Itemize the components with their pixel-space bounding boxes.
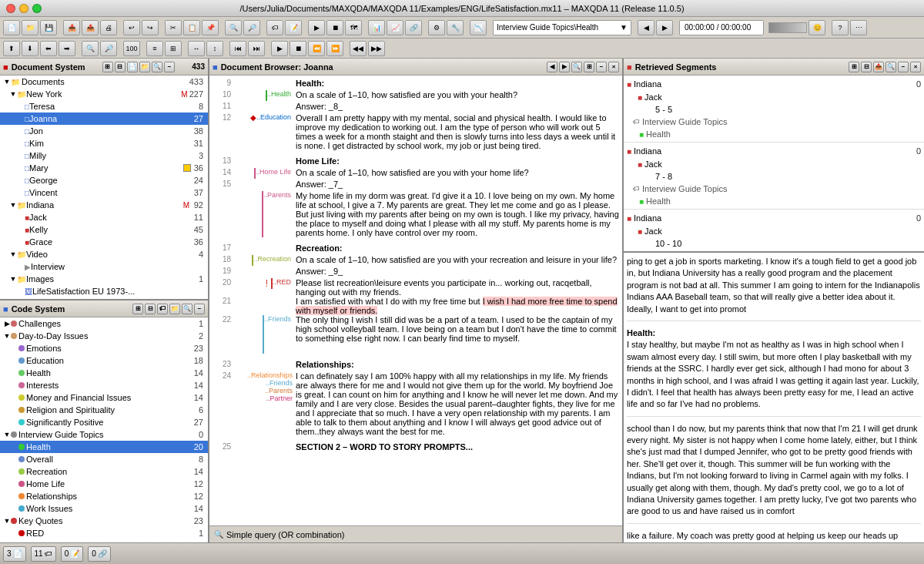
cs-icon1[interactable]: ⊞	[132, 304, 143, 314]
tool1-button[interactable]: ⚙	[428, 20, 445, 35]
tb2-stop[interactable]: ⏹	[290, 41, 306, 56]
close-button[interactable]	[6, 4, 15, 13]
network-button[interactable]: 🔗	[405, 20, 422, 35]
new-button[interactable]: 📄	[3, 20, 20, 35]
export-button[interactable]: 📤	[82, 20, 99, 35]
document-tree[interactable]: ▼ 📁 Documents 433 ▼ 📁 New York M 227	[0, 76, 208, 299]
tree-jon[interactable]: □ Jon 38	[0, 125, 208, 137]
tree-ig-work[interactable]: Work Issues 14	[0, 502, 208, 515]
nav-prev[interactable]: ◀	[638, 20, 654, 35]
rs-icon2[interactable]: ⊟	[861, 62, 872, 72]
table-button[interactable]: 📊	[368, 20, 385, 35]
open-button[interactable]: 📁	[22, 20, 38, 35]
tree-interview-guide[interactable]: ▼ Interview Guide Topics 0	[0, 428, 208, 441]
ds-icon5[interactable]: 🔍	[152, 62, 162, 72]
db-icon6[interactable]: ×	[608, 62, 619, 72]
tb2-rewind[interactable]: ⏪	[308, 41, 325, 56]
tree-code-health[interactable]: Health 14	[0, 367, 208, 379]
undo-button[interactable]: ↩	[123, 20, 140, 35]
tb2-7[interactable]: 100	[123, 41, 140, 56]
media-button[interactable]: ▶	[308, 20, 325, 35]
memo-button[interactable]: 📝	[285, 20, 302, 35]
tree-ig-recreation[interactable]: Recreation 14	[0, 465, 208, 478]
ds-icon2[interactable]: ⊟	[115, 62, 126, 72]
tb2-media1[interactable]: ◀◀	[350, 41, 367, 56]
toggle-icon[interactable]: ▼	[9, 201, 17, 209]
cs-icon5[interactable]: 🔍	[182, 304, 192, 314]
tree-red[interactable]: RED 1	[0, 527, 208, 539]
tree-kelly[interactable]: ■ Kelly 45	[0, 223, 208, 236]
nav-next[interactable]: ▶	[656, 20, 673, 35]
toggle-icon[interactable]: ▼	[3, 431, 11, 438]
status-memos[interactable]: 0 📝	[61, 546, 84, 562]
rs-icon3[interactable]: 📤	[873, 62, 884, 72]
tree-key-quotes[interactable]: ▼ Key Quotes 23	[0, 515, 208, 527]
cs-icon4[interactable]: 📁	[169, 304, 180, 314]
find-button[interactable]: 🔎	[243, 20, 260, 35]
tb2-5[interactable]: 🔍	[82, 41, 99, 56]
tree-ig-homelife[interactable]: Home Life 12	[0, 478, 208, 490]
tree-kim[interactable]: □ Kim 31	[0, 137, 208, 149]
tb2-play[interactable]: ▶	[271, 41, 288, 56]
search-button[interactable]: 🔍	[225, 20, 242, 35]
tree-money[interactable]: Money and Financial Issues 14	[0, 391, 208, 404]
db-icon5[interactable]: −	[596, 62, 607, 72]
code-button[interactable]: 🏷	[266, 20, 283, 35]
tree-yellow[interactable]: YELLOW 0	[0, 539, 208, 542]
rs-icon6[interactable]: ×	[910, 62, 921, 72]
help-button[interactable]: ?	[832, 20, 849, 35]
tb2-4[interactable]: ➡	[59, 41, 75, 56]
rs-icon4[interactable]: 🔍	[886, 62, 896, 72]
status-codes[interactable]: 11 🏷	[31, 546, 56, 562]
more-button[interactable]: ⋯	[850, 20, 867, 35]
tb2-3[interactable]: ⬅	[40, 41, 57, 56]
tb2-media2[interactable]: ▶▶	[368, 41, 385, 56]
tree-emotions[interactable]: Emotions 23	[0, 342, 208, 354]
minimize-button[interactable]	[19, 4, 28, 13]
ds-icon3[interactable]: 📄	[127, 62, 138, 72]
stats-button[interactable]: 📉	[470, 20, 487, 35]
tree-grace[interactable]: ■ Grace 36	[0, 236, 208, 248]
tb2-13[interactable]: ⏭	[248, 41, 265, 56]
tree-twitter[interactable]: ▼ 📁 Twitter Analysis 109	[0, 297, 208, 299]
tree-education[interactable]: Education 18	[0, 354, 208, 367]
status-docs[interactable]: 3 📄	[3, 546, 26, 562]
ds-minimize[interactable]: −	[164, 62, 175, 72]
tb2-2[interactable]: ⬇	[22, 41, 38, 56]
toggle-icon[interactable]: ▶	[3, 320, 11, 327]
db-icon4[interactable]: ⊞	[584, 62, 594, 72]
cut-button[interactable]: ✂	[165, 20, 182, 35]
tree-interests[interactable]: Interests 14	[0, 379, 208, 391]
rs-icon5[interactable]: −	[898, 62, 909, 72]
tree-ig-overall[interactable]: Overall 8	[0, 453, 208, 465]
guide-dropdown[interactable]: Interview Guide Topics\Health ▼	[493, 20, 631, 35]
smiley-button[interactable]: 😊	[808, 20, 825, 35]
import-button[interactable]: 📥	[63, 20, 80, 35]
tree-george[interactable]: □ George 24	[0, 174, 208, 186]
tree-video[interactable]: ▼ 📁 Video 4	[0, 248, 208, 260]
toggle-icon[interactable]: ▼	[9, 250, 17, 258]
tb2-12[interactable]: ⏮	[229, 41, 246, 56]
print-button[interactable]: 🖨	[100, 20, 117, 35]
gis-button[interactable]: 🗺	[345, 20, 362, 35]
media2-button[interactable]: ⏹	[326, 20, 343, 35]
tree-challenges[interactable]: ▶ Challenges 1	[0, 317, 208, 330]
tree-sig-positive[interactable]: Significantly Positive 27	[0, 416, 208, 428]
cs-icon2[interactable]: ⊟	[145, 304, 156, 314]
redo-button[interactable]: ↪	[142, 20, 159, 35]
tb2-6[interactable]: 🔎	[100, 41, 117, 56]
toggle-icon[interactable]: ▼	[9, 275, 17, 283]
status-links[interactable]: 0 🔗	[88, 546, 111, 562]
tb2-11[interactable]: ↕	[206, 41, 223, 56]
tree-milly[interactable]: □ Milly 3	[0, 149, 208, 162]
tree-interview[interactable]: ▶ Interview	[0, 260, 208, 273]
ds-icon4[interactable]: 📁	[139, 62, 150, 72]
tree-vincent[interactable]: □ Vincent 37	[0, 186, 208, 199]
toggle-icon[interactable]: ▼	[3, 78, 11, 86]
db-icon3[interactable]: 🔍	[571, 62, 582, 72]
tb2-1[interactable]: ⬆	[3, 41, 20, 56]
tree-mary[interactable]: □ Mary 36	[0, 162, 208, 174]
tree-documents-root[interactable]: ▼ 📁 Documents 433	[0, 76, 208, 88]
tree-images[interactable]: ▼ 📁 Images 1	[0, 273, 208, 285]
tree-lifesatisfaction[interactable]: 🖼 LifeSatisfaction EU 1973-...	[0, 285, 208, 297]
